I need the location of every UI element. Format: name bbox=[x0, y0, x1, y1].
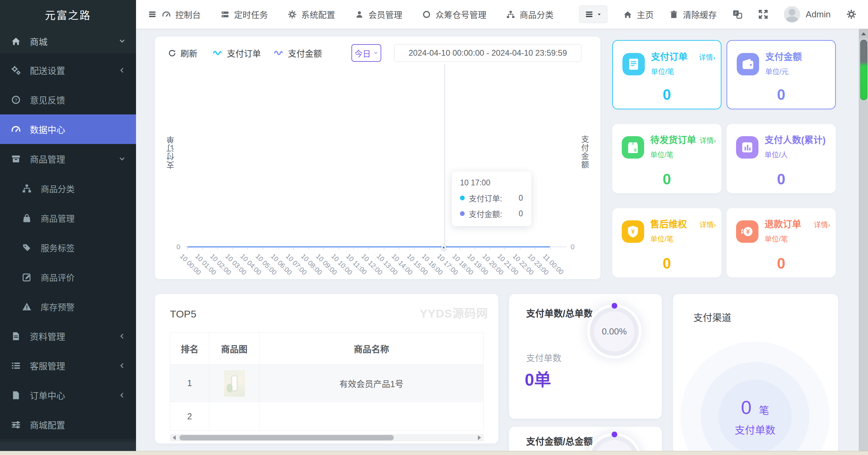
yaxis-right-title: 支付金额 bbox=[579, 135, 590, 169]
legend-label: 支付金额 bbox=[288, 47, 322, 59]
scroll-right-arrow-icon[interactable] bbox=[478, 435, 481, 440]
settings-gears-icon[interactable] bbox=[846, 9, 856, 19]
sidebar-item-意见反馈[interactable]: ?意见反馈 bbox=[0, 85, 136, 114]
stat-unit: 单位/笔 bbox=[650, 149, 716, 159]
home-link[interactable]: 主页 bbox=[623, 8, 654, 20]
nav-label: 众筹仓号管理 bbox=[436, 8, 486, 20]
x-tick bbox=[369, 248, 369, 250]
detail-link[interactable]: 详情› bbox=[811, 219, 830, 229]
sidebar-item-商品分类[interactable]: 商品分类 bbox=[0, 174, 136, 203]
nav-item-众筹仓号管理[interactable]: 众筹仓号管理 bbox=[422, 8, 486, 20]
translate-icon[interactable]: A bbox=[732, 9, 742, 19]
stat-unit: 单位/笔 bbox=[651, 66, 715, 76]
legend-pay-orders[interactable]: 支付订单 bbox=[212, 44, 261, 62]
x-tick bbox=[475, 248, 475, 250]
sidebar-item-label: 商城 bbox=[30, 35, 47, 48]
stat-value: 0 bbox=[613, 86, 721, 103]
nav-item-定时任务[interactable]: 定时任务 bbox=[220, 8, 268, 20]
refresh-button[interactable]: 刷新 bbox=[168, 44, 197, 62]
gauge-donut bbox=[585, 431, 643, 451]
payments-chart-card: 刷新 支付订单 支付金额 今日 2024-04-10 00:00:00 - 20… bbox=[155, 37, 600, 279]
chevron-down-icon bbox=[118, 37, 126, 45]
hover-point bbox=[441, 245, 446, 250]
yaxis-left-zero: 0 bbox=[176, 243, 180, 251]
x-tick bbox=[429, 248, 429, 250]
tooltip-row: 支付订单:0 bbox=[460, 192, 523, 204]
line-chart-plot[interactable]: 0 0 10 17:00 支付订单:0支付金额:0 10 00:0010 01:… bbox=[187, 64, 550, 247]
sidebar-item-label: 配送设置 bbox=[30, 64, 65, 76]
cell-image bbox=[209, 365, 259, 402]
pencil-icon bbox=[21, 272, 33, 282]
sidebar-item-数据中心[interactable]: 数据中心 bbox=[0, 114, 136, 144]
sidebar-footer bbox=[0, 442, 136, 451]
home-label: 主页 bbox=[637, 8, 654, 20]
horizontal-scrollbar[interactable] bbox=[0, 451, 868, 455]
scroll-left-arrow-icon[interactable] bbox=[173, 435, 176, 440]
line-series-icon bbox=[273, 49, 284, 57]
sidebar-item-label: 资料管理 bbox=[30, 330, 65, 342]
gauge-icon bbox=[162, 10, 171, 19]
sidebar-item-资料管理[interactable]: 资料管理 bbox=[0, 321, 136, 351]
legend-pay-amount[interactable]: 支付金额 bbox=[273, 44, 322, 62]
scroll-up-arrow-icon[interactable] bbox=[859, 29, 868, 38]
hscroll-thumb[interactable] bbox=[179, 435, 394, 440]
sidebar-item-商品管理[interactable]: 商品管理 bbox=[0, 203, 136, 233]
stat-card-支付金额: 支付金额单位/元0 bbox=[727, 40, 836, 109]
detail-link[interactable]: 详情› bbox=[697, 219, 716, 229]
sidebar-item-label: 订单中心 bbox=[30, 389, 65, 401]
pay-count-label: 支付单数 bbox=[526, 351, 561, 364]
nav-item-商品分类[interactable]: 商品分类 bbox=[506, 8, 554, 20]
caret-down-icon bbox=[597, 12, 602, 17]
stat-unit: 单位/人 bbox=[765, 149, 830, 159]
tooltip-series-value: 0 bbox=[519, 209, 523, 218]
box-icon bbox=[622, 136, 644, 159]
sidebar-item-label: 数据中心 bbox=[30, 123, 65, 135]
table-hscrollbar[interactable] bbox=[170, 434, 484, 441]
chevron-left-icon bbox=[118, 362, 126, 369]
sidebar-item-库存预警[interactable]: 库存预警 bbox=[0, 292, 136, 321]
sidebar-item-客服管理[interactable]: 客服管理 bbox=[0, 351, 136, 380]
nav-item-系统配置[interactable]: 系统配置 bbox=[288, 8, 335, 20]
date-range-picker[interactable]: 2024-04-10 00:00:00 - 2024-04-10 23:59:5… bbox=[394, 44, 581, 62]
stat-title: 支付金额 bbox=[765, 52, 802, 63]
x-tick bbox=[384, 248, 384, 250]
sidebar-item-配送设置[interactable]: 配送设置 bbox=[0, 55, 136, 85]
sidebar-item-商城配置[interactable]: 商城配置 bbox=[0, 410, 136, 439]
chevron-left-icon bbox=[118, 332, 126, 340]
fullscreen-icon[interactable] bbox=[758, 9, 768, 19]
sidebar-item-订单中心[interactable]: 订单中心 bbox=[0, 380, 136, 410]
period-select[interactable]: 今日 bbox=[351, 44, 381, 62]
user-menu[interactable]: Admin bbox=[784, 6, 831, 22]
sidebar-item-商城[interactable]: 商城 bbox=[0, 29, 136, 53]
sidebar-item-商品评价[interactable]: 商品评价 bbox=[0, 262, 136, 292]
nav-label: 会员管理 bbox=[368, 8, 402, 20]
svg-text:¥: ¥ bbox=[631, 228, 635, 235]
nav-item-控制台[interactable]: 控制台 bbox=[162, 8, 201, 20]
table-row: 2 bbox=[170, 402, 484, 431]
pay-count-ratio-panel: 支付单数/总单数 0.00% 支付单数 0单 bbox=[509, 294, 662, 419]
stat-unit: 单位/笔 bbox=[650, 233, 716, 243]
sliders-icon bbox=[10, 420, 22, 430]
series-dot-icon bbox=[460, 211, 465, 216]
tooltip-row: 支付金额:0 bbox=[460, 208, 523, 219]
vertical-scrollbar[interactable] bbox=[859, 29, 868, 451]
nav-menu-dropdown-button[interactable] bbox=[579, 5, 607, 23]
sidebar-toggle-icon[interactable] bbox=[148, 10, 157, 19]
stat-value: 0 bbox=[727, 255, 836, 272]
tooltip-series-label: 支付金额: bbox=[469, 208, 502, 219]
sidebar-item-服务标签[interactable]: 服务标签 bbox=[0, 233, 136, 262]
x-tick bbox=[187, 248, 188, 250]
sitemap-icon bbox=[506, 10, 515, 19]
x-tick bbox=[520, 248, 520, 250]
x-tick bbox=[550, 248, 551, 250]
detail-link[interactable]: 详情› bbox=[696, 52, 715, 62]
clear-cache-link[interactable]: 清除缓存 bbox=[669, 8, 717, 20]
nav-item-会员管理[interactable]: 会员管理 bbox=[355, 8, 402, 20]
vscroll-thumb[interactable] bbox=[860, 40, 867, 100]
stat-value: 0 bbox=[612, 255, 721, 272]
nav-label: 商品分类 bbox=[520, 8, 554, 20]
sitemap-icon bbox=[21, 183, 33, 194]
detail-link[interactable]: 详情› bbox=[697, 135, 716, 145]
sidebar-item-商品管理[interactable]: 商品管理 bbox=[0, 144, 136, 174]
sidebar-item-label: 意见反馈 bbox=[30, 93, 65, 106]
